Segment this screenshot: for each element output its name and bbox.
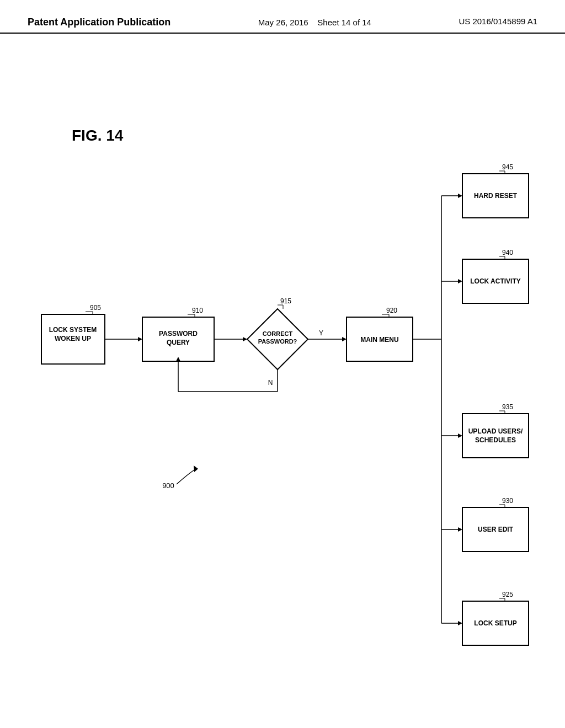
svg-text:LOCK ACTIVITY: LOCK ACTIVITY [470, 277, 521, 285]
header: Patent Application Publication May 26, 2… [0, 0, 565, 34]
svg-marker-45 [458, 279, 462, 283]
svg-text:910: 910 [192, 307, 203, 314]
svg-marker-38 [458, 621, 462, 625]
svg-text:900: 900 [162, 481, 174, 490]
svg-marker-28 [176, 357, 180, 361]
svg-text:925: 925 [502, 591, 513, 598]
svg-text:USER EDIT: USER EDIT [478, 526, 514, 533]
svg-rect-70 [462, 601, 529, 645]
svg-text:PASSWORD: PASSWORD [159, 330, 198, 338]
svg-text:UPLOAD USERS/: UPLOAD USERS/ [468, 427, 523, 435]
svg-marker-23 [342, 337, 347, 341]
svg-text:QUERY: QUERY [167, 339, 190, 346]
svg-marker-40 [458, 527, 462, 532]
svg-marker-42 [458, 433, 462, 438]
svg-text:CORRECT: CORRECT [263, 330, 293, 337]
svg-text:LOCK SYSTEM: LOCK SYSTEM [49, 326, 97, 334]
svg-text:920: 920 [386, 307, 397, 314]
svg-text:940: 940 [502, 249, 513, 256]
flowchart-svg: LOCK SYSTEM WOKEN UP 905 PASSWORD QUERY … [0, 77, 565, 706]
svg-marker-16 [247, 309, 308, 370]
page: Patent Application Publication May 26, 2… [0, 0, 565, 728]
figure-label: FIG. 14 [72, 127, 123, 144]
header-patent-number: US 2016/0145899 A1 [459, 17, 537, 26]
svg-text:930: 930 [502, 497, 513, 505]
svg-text:MAIN MENU: MAIN MENU [360, 336, 398, 344]
svg-rect-0 [41, 314, 105, 364]
svg-text:945: 945 [502, 163, 513, 171]
svg-text:N: N [268, 379, 273, 387]
svg-text:HARD RESET: HARD RESET [474, 192, 518, 200]
svg-rect-8 [142, 317, 214, 361]
header-date-sheet: May 26, 2016 Sheet 14 of 14 [258, 17, 371, 28]
svg-text:935: 935 [502, 403, 513, 411]
svg-text:SCHEDULES: SCHEDULES [475, 436, 516, 444]
svg-rect-30 [347, 317, 413, 361]
svg-text:PASSWORD?: PASSWORD? [258, 338, 297, 345]
svg-rect-49 [462, 174, 529, 218]
svg-marker-7 [138, 337, 142, 341]
svg-text:LOCK SETUP: LOCK SETUP [474, 619, 516, 627]
svg-text:905: 905 [90, 304, 101, 312]
svg-text:915: 915 [280, 297, 291, 305]
svg-rect-54 [462, 259, 529, 303]
svg-rect-65 [462, 507, 529, 552]
svg-rect-59 [462, 414, 529, 458]
svg-text:Y: Y [319, 329, 323, 337]
svg-marker-15 [243, 337, 247, 341]
svg-marker-47 [458, 194, 462, 198]
svg-text:WOKEN UP: WOKEN UP [55, 335, 91, 342]
header-publication-title: Patent Application Publication [28, 17, 170, 28]
svg-marker-76 [194, 465, 198, 472]
